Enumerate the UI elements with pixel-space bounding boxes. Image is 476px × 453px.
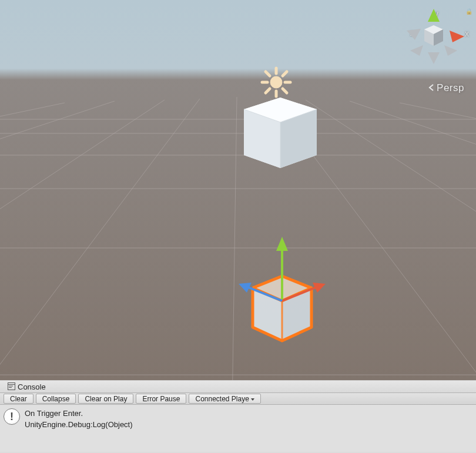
svg-marker-45 <box>428 9 440 22</box>
console-tab-icon <box>8 382 15 391</box>
orientation-gizmo[interactable] <box>395 3 471 79</box>
svg-marker-49 <box>444 45 457 56</box>
svg-point-20 <box>270 76 282 88</box>
console-panel: Console Clear Collapse Clear on Play Err… <box>0 380 476 453</box>
chevron-left-icon <box>428 82 435 94</box>
svg-line-25 <box>266 72 270 76</box>
console-toolbar: Clear Collapse Clear on Play Error Pause… <box>0 393 476 405</box>
connected-player-dropdown[interactable]: Connected Playe <box>189 394 260 404</box>
svg-marker-37 <box>276 237 288 251</box>
log-line-1: On Trigger Enter. <box>25 408 133 420</box>
svg-line-26 <box>283 89 287 93</box>
projection-label[interactable]: Persp <box>428 82 464 94</box>
scene-cube-selected[interactable] <box>229 232 335 355</box>
svg-marker-50 <box>410 45 423 56</box>
log-line-2: UnityEngine.Debug:Log(Object) <box>25 420 133 431</box>
svg-line-8 <box>0 99 200 380</box>
svg-line-14 <box>400 103 476 276</box>
svg-line-7 <box>0 100 165 380</box>
console-tab-label: Console <box>18 382 46 391</box>
console-log-row[interactable]: ! On Trigger Enter. UnityEngine.Debug:Lo… <box>0 405 476 452</box>
scene-viewport[interactable]: y z x 🔒 Persp <box>0 0 476 380</box>
directional-light-icon[interactable] <box>259 65 294 102</box>
collapse-button[interactable]: Collapse <box>36 394 76 404</box>
svg-line-13 <box>0 103 65 276</box>
svg-line-28 <box>266 89 270 93</box>
error-pause-button[interactable]: Error Pause <box>136 394 186 404</box>
log-text: On Trigger Enter. UnityEngine.Debug:Log(… <box>25 408 133 431</box>
console-tab[interactable]: Console <box>3 381 51 392</box>
clear-on-play-button[interactable]: Clear on Play <box>78 394 133 404</box>
svg-marker-47 <box>407 29 421 40</box>
console-tabbar: Console <box>0 380 476 393</box>
svg-marker-46 <box>450 31 464 42</box>
info-icon: ! <box>4 408 20 425</box>
svg-line-12 <box>350 101 476 335</box>
svg-marker-48 <box>428 52 440 64</box>
svg-line-27 <box>283 72 287 76</box>
svg-line-11 <box>0 101 115 323</box>
clear-button[interactable]: Clear <box>4 394 33 404</box>
scene-cube-upper[interactable] <box>239 92 321 171</box>
